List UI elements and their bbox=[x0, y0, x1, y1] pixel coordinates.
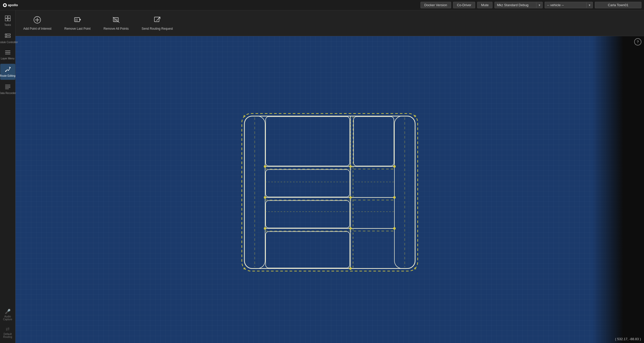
svg-rect-48 bbox=[354, 116, 394, 166]
svg-rect-50 bbox=[266, 200, 350, 228]
sidebar-item-module-label: Module Controller bbox=[0, 41, 18, 44]
add-point-label: Add Point of Interest bbox=[23, 27, 51, 30]
vehicle-select-wrap: -- vehicle -- ▼ bbox=[545, 2, 593, 8]
remove-all-button[interactable]: Remove All Points bbox=[101, 14, 131, 33]
coordinates-display: ( 532.17, -88.83 ) bbox=[615, 337, 641, 341]
sidebar-item-default-routing[interactable]: ⇄ Default Routing bbox=[0, 324, 15, 340]
svg-rect-47 bbox=[266, 116, 350, 166]
svg-text:apollo: apollo bbox=[8, 3, 18, 7]
svg-point-1 bbox=[4, 4, 6, 6]
svg-point-64 bbox=[414, 267, 416, 269]
toolbar: Add Point of Interest Remove Last Point … bbox=[16, 10, 644, 36]
sidebar-item-audio-capture[interactable]: 🎤 Audio Capture bbox=[0, 307, 15, 323]
svg-rect-51 bbox=[266, 231, 350, 268]
vehicle-select[interactable]: -- vehicle -- bbox=[545, 2, 586, 8]
sidebar-item-data-recorder[interactable]: Data Recorder bbox=[0, 81, 15, 97]
sidebar-item-module-controller[interactable]: Module Controller bbox=[0, 30, 15, 46]
svg-rect-31 bbox=[154, 17, 159, 22]
data-recorder-icon bbox=[5, 84, 11, 91]
mute-button[interactable]: Mute bbox=[477, 2, 492, 8]
remove-last-button[interactable]: Remove Last Point bbox=[62, 14, 93, 33]
svg-rect-33 bbox=[244, 116, 415, 268]
module-controller-icon bbox=[5, 33, 11, 40]
send-routing-button[interactable]: Send Routing Request bbox=[139, 14, 176, 33]
help-button[interactable]: ? bbox=[634, 38, 641, 45]
debug-select-arrow[interactable]: ▼ bbox=[536, 3, 542, 8]
svg-rect-5 bbox=[5, 19, 8, 21]
location-display: Carla Town01 bbox=[595, 2, 641, 8]
layer-menu-icon bbox=[5, 50, 11, 56]
svg-rect-49 bbox=[266, 169, 350, 197]
logo: apollo bbox=[3, 2, 21, 8]
svg-point-62 bbox=[414, 115, 416, 117]
svg-point-58 bbox=[393, 227, 396, 230]
send-routing-icon bbox=[153, 16, 161, 25]
remove-last-icon bbox=[73, 16, 81, 25]
svg-rect-6 bbox=[8, 19, 10, 21]
svg-point-56 bbox=[393, 196, 396, 199]
remove-all-label: Remove All Points bbox=[103, 27, 129, 30]
docker-version-button[interactable]: Docker Version bbox=[421, 2, 451, 8]
sidebar-item-data-label: Data Recorder bbox=[0, 92, 16, 95]
remove-last-label: Remove Last Point bbox=[64, 27, 91, 30]
sidebar-bottom: 🎤 Audio Capture ⇄ Default Routing bbox=[0, 307, 15, 343]
remove-all-icon bbox=[112, 16, 120, 25]
svg-point-52 bbox=[264, 165, 266, 168]
topbar-controls: Docker Version Co-Driver Mute Mkz Standa… bbox=[421, 2, 641, 8]
sidebar-item-tasks[interactable]: Tasks bbox=[0, 13, 15, 29]
audio-capture-icon: 🎤 bbox=[5, 309, 11, 314]
svg-point-65 bbox=[349, 267, 352, 270]
svg-point-61 bbox=[243, 115, 245, 117]
svg-point-59 bbox=[349, 196, 352, 199]
sidebar-item-route-editing[interactable]: Route Editing bbox=[0, 64, 15, 80]
road-map bbox=[239, 112, 420, 273]
topbar: apollo Docker Version Co-Driver Mute Mkz… bbox=[0, 0, 644, 10]
sidebar-item-tasks-label: Tasks bbox=[4, 24, 11, 26]
default-routing-icon: ⇄ bbox=[6, 326, 10, 332]
svg-point-14 bbox=[5, 71, 6, 72]
map-area[interactable]: ? ( 532.17, -88.83 ) bbox=[16, 36, 644, 343]
route-editing-icon bbox=[5, 66, 11, 73]
send-routing-label: Send Routing Request bbox=[142, 27, 173, 30]
svg-line-32 bbox=[156, 17, 160, 21]
svg-point-53 bbox=[393, 165, 396, 168]
sidebar-item-layer-label: Layer Menu bbox=[1, 57, 14, 60]
svg-point-54 bbox=[349, 165, 352, 168]
svg-point-57 bbox=[264, 227, 266, 230]
tasks-icon bbox=[5, 15, 11, 22]
svg-point-55 bbox=[264, 196, 266, 199]
vehicle-select-arrow[interactable]: ▼ bbox=[586, 3, 593, 8]
add-point-icon bbox=[33, 16, 41, 25]
svg-point-63 bbox=[243, 267, 245, 269]
sidebar-item-route-label: Route Editing bbox=[0, 74, 16, 77]
audio-capture-label: Audio Capture bbox=[2, 315, 14, 321]
sidebar: Tasks Module Controller Layer Menu bbox=[0, 10, 16, 343]
add-point-button[interactable]: Add Point of Interest bbox=[21, 14, 54, 33]
svg-rect-4 bbox=[8, 16, 10, 18]
debug-select-wrap: Mkz Standard Debug ▼ bbox=[495, 2, 543, 8]
default-routing-label: Default Routing bbox=[2, 333, 14, 338]
svg-rect-34 bbox=[242, 113, 418, 271]
help-icon-label: ? bbox=[637, 40, 639, 44]
co-driver-button[interactable]: Co-Driver bbox=[453, 2, 475, 8]
sidebar-item-layer-menu[interactable]: Layer Menu bbox=[0, 48, 15, 63]
debug-select[interactable]: Mkz Standard Debug bbox=[495, 2, 536, 8]
svg-point-60 bbox=[349, 227, 352, 230]
svg-rect-3 bbox=[5, 16, 8, 18]
